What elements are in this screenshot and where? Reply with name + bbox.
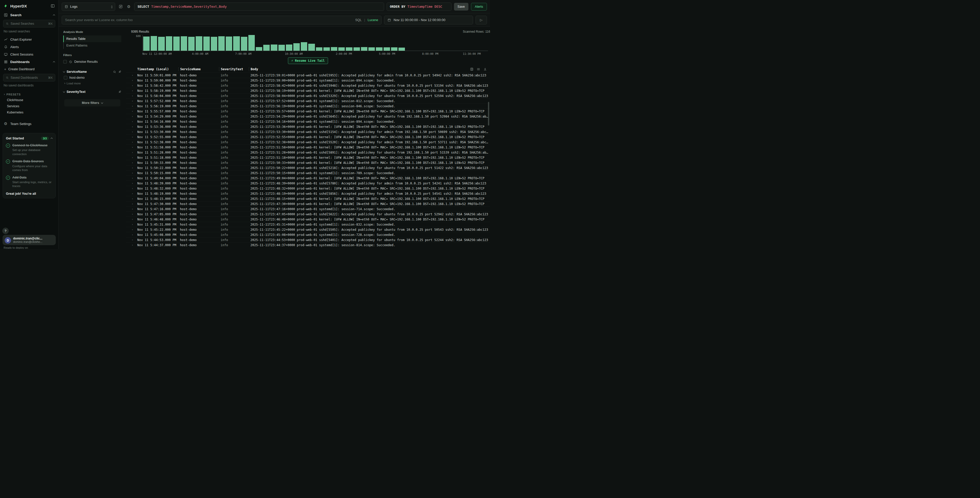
chevron-up-icon[interactable]: [51, 137, 53, 140]
facet-group-severitytext[interactable]: SeverityText: [63, 89, 121, 95]
histogram-bar[interactable]: [218, 36, 225, 51]
table-row[interactable]: ›Nov 11 5:44:53.000 PMhost-demoinfo2025-…: [126, 237, 490, 242]
histogram-bar[interactable]: [353, 47, 360, 51]
mode-results-table[interactable]: Results Table: [63, 35, 121, 42]
facet-option-host-demo[interactable]: host-demo: [63, 75, 121, 81]
sidebar-item-team-settings[interactable]: ⚙ Team Settings: [0, 120, 58, 128]
histogram-bar[interactable]: [361, 47, 368, 51]
histogram-bar[interactable]: [196, 36, 202, 51]
row-expand-icon[interactable]: ›: [129, 207, 136, 211]
table-row[interactable]: ›Nov 11 5:54:16.000 PMhost-demoinfo2025-…: [126, 119, 490, 124]
pin-icon[interactable]: [118, 70, 121, 73]
denoise-results-toggle[interactable]: Denoise Results: [63, 59, 121, 65]
column-header-body[interactable]: Body: [249, 67, 462, 71]
row-expand-icon[interactable]: ›: [129, 155, 136, 160]
row-expand-icon[interactable]: ›: [129, 140, 136, 145]
histogram-bar[interactable]: [308, 44, 315, 51]
chevron-up-icon[interactable]: [53, 14, 55, 16]
table-row[interactable]: ›Nov 11 5:55:57.000 PMhost-demoinfo2025-…: [126, 109, 490, 114]
table-row[interactable]: ›Nov 11 5:59:00.000 PMhost-demoinfo2025-…: [126, 78, 490, 83]
column-header-servicename[interactable]: ServiceName: [178, 67, 219, 71]
histogram-bar[interactable]: [346, 47, 352, 51]
histogram-bar[interactable]: [338, 47, 345, 51]
histogram-bar[interactable]: [263, 45, 270, 51]
event-search-box[interactable]: SQL | Lucene: [62, 16, 382, 24]
user-menu[interactable]: D dominic.tran@clic... dominic.tran@clic…: [3, 235, 56, 245]
saved-searches-field[interactable]: [11, 22, 46, 26]
table-row[interactable]: ›Nov 11 5:48:15.000 PMhost-demoinfo2025-…: [126, 196, 490, 201]
more-filters-button[interactable]: More filters: [64, 99, 120, 107]
row-expand-icon[interactable]: ›: [129, 124, 136, 129]
histogram-bar[interactable]: [383, 47, 390, 51]
row-expand-icon[interactable]: ›: [129, 145, 136, 150]
table-row[interactable]: ›Nov 11 5:45:08.000 PMhost-demoinfo2025-…: [126, 232, 490, 237]
presets-section-header[interactable]: PRESETS: [0, 90, 58, 97]
saved-searches-input[interactable]: ⌘K: [3, 20, 55, 27]
row-expand-icon[interactable]: ›: [129, 160, 136, 165]
table-row[interactable]: ›Nov 11 5:45:22.000 PMhost-demoinfo2025-…: [126, 227, 490, 232]
row-expand-icon[interactable]: ›: [129, 227, 136, 232]
histogram-bar[interactable]: [188, 37, 195, 51]
histogram-bar[interactable]: [293, 43, 300, 51]
table-row[interactable]: ›Nov 11 5:50:33.000 PMhost-demoinfo2025-…: [126, 160, 490, 165]
sidebar-item-client-sessions[interactable]: Client Sessions: [0, 51, 58, 58]
table-row[interactable]: ›Nov 11 5:58:42.000 PMhost-demoinfo2025-…: [126, 83, 490, 88]
pin-icon[interactable]: [118, 90, 121, 94]
table-row[interactable]: ›Nov 11 5:52:38.000 PMhost-demoinfo2025-…: [126, 139, 490, 145]
row-expand-icon[interactable]: ›: [129, 104, 136, 109]
table-row[interactable]: ›Nov 11 5:54:29.000 PMhost-demoinfo2025-…: [126, 114, 490, 119]
table-row[interactable]: ›Nov 11 5:45:31.000 PMhost-demoinfo2025-…: [126, 222, 490, 227]
table-row[interactable]: ›Nov 11 5:56:19.000 PMhost-demoinfo2025-…: [126, 104, 490, 109]
row-expand-icon[interactable]: ›: [129, 176, 136, 180]
sidebar-item-chart-explorer[interactable]: Chart Explorer: [0, 36, 58, 43]
saved-dashboards-field[interactable]: [11, 76, 46, 80]
row-expand-icon[interactable]: ›: [129, 83, 136, 88]
row-density-icon[interactable]: [477, 67, 480, 71]
histogram-bar[interactable]: [204, 37, 210, 51]
table-row[interactable]: ›Nov 11 5:48:19.000 PMhost-demoinfo2025-…: [126, 191, 490, 196]
mode-event-patterns[interactable]: Event Patterns: [63, 42, 121, 49]
row-expand-icon[interactable]: ›: [129, 99, 136, 104]
checkbox[interactable]: [64, 76, 67, 80]
histogram-bar[interactable]: [166, 36, 172, 51]
row-expand-icon[interactable]: ›: [129, 222, 136, 227]
vertical-scrollbar[interactable]: [488, 102, 489, 126]
create-dashboard-button[interactable]: + Create Dashboard: [0, 65, 58, 73]
row-expand-icon[interactable]: ›: [129, 119, 136, 124]
histogram-bar[interactable]: [173, 37, 180, 51]
order-by-editor[interactable]: ORDER BY TimestampTime DESC: [387, 3, 452, 11]
histogram-bar[interactable]: [248, 35, 255, 51]
preset-item-services[interactable]: Services: [0, 103, 58, 109]
row-expand-icon[interactable]: ›: [129, 212, 136, 217]
table-row[interactable]: ›Nov 11 5:50:22.000 PMhost-demoinfo2025-…: [126, 165, 490, 170]
get-started-step-sources[interactable]: ✓ Create Data Sources Configure where yo…: [6, 159, 52, 172]
histogram-bar[interactable]: [271, 45, 277, 51]
resume-live-tail-button[interactable]: ⚡ Resume Live Tail: [288, 57, 328, 64]
histogram-bar[interactable]: [256, 47, 262, 51]
source-select[interactable]: Logs: [62, 3, 115, 11]
histogram-bar[interactable]: [398, 48, 405, 51]
sidebar-item-alerts[interactable]: Alerts: [0, 43, 58, 51]
row-expand-icon[interactable]: ›: [129, 109, 136, 114]
histogram-bar[interactable]: [211, 37, 217, 51]
table-row[interactable]: ›Nov 11 5:59:01.000 PMhost-demoinfo2025-…: [126, 73, 490, 78]
row-expand-icon[interactable]: ›: [129, 73, 136, 78]
row-expand-icon[interactable]: ›: [129, 134, 136, 139]
preset-item-clickhouse[interactable]: ClickHouse: [0, 97, 58, 103]
row-expand-icon[interactable]: ›: [129, 114, 136, 119]
table-row[interactable]: ›Nov 11 5:58:19.000 PMhost-demoinfo2025-…: [126, 88, 490, 93]
row-expand-icon[interactable]: ›: [129, 78, 136, 83]
table-row[interactable]: ›Nov 11 5:51:58.000 PMhost-demoinfo2025-…: [126, 145, 490, 150]
row-expand-icon[interactable]: ›: [129, 201, 136, 206]
saved-dashboards-input[interactable]: ⌘K: [3, 74, 55, 81]
sidebar-collapse-icon[interactable]: [51, 4, 55, 8]
date-range-picker[interactable]: Nov 11 00:00:00 - Nov 12 00:00:00: [384, 16, 473, 24]
histogram-bar[interactable]: [323, 47, 330, 51]
mode-lucene-toggle[interactable]: Lucene: [368, 18, 378, 22]
row-expand-icon[interactable]: ›: [129, 238, 136, 242]
sql-select-editor[interactable]: SELECT Timestamp,ServiceName,SeverityTex…: [134, 3, 384, 11]
table-row[interactable]: ›Nov 11 5:51:18.000 PMhost-demoinfo2025-…: [126, 155, 490, 160]
run-query-button[interactable]: ▷: [476, 16, 487, 24]
edit-source-icon[interactable]: [118, 4, 123, 10]
row-expand-icon[interactable]: ›: [129, 232, 136, 237]
